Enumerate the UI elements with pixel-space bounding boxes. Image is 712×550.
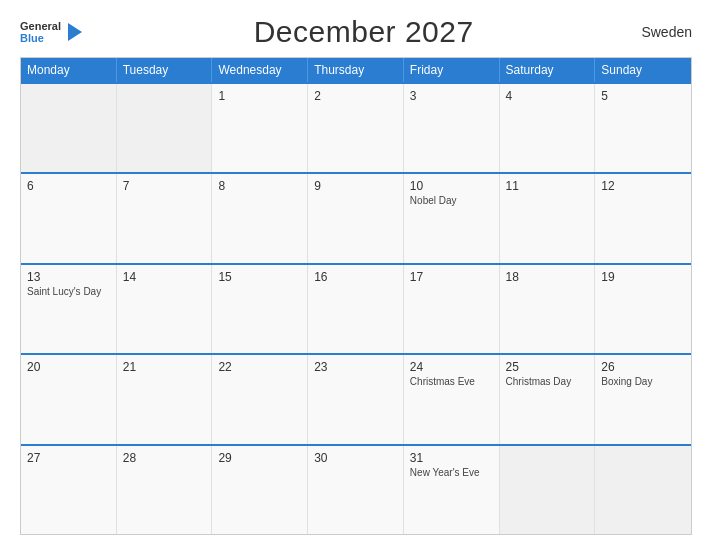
col-wednesday: Wednesday <box>212 58 308 82</box>
day-cell-12: 12 <box>595 174 691 262</box>
week-row-5: 27 28 29 30 31 New Year's Eve <box>21 444 691 534</box>
week-row-2: 6 7 8 9 10 Nobel Day 11 <box>21 172 691 262</box>
column-headers: Monday Tuesday Wednesday Thursday Friday… <box>21 58 691 82</box>
day-cell-23: 23 <box>308 355 404 443</box>
logo-blue-text: Blue <box>20 32 61 44</box>
col-saturday: Saturday <box>500 58 596 82</box>
day-cell-8: 8 <box>212 174 308 262</box>
day-cell-2: 2 <box>308 84 404 172</box>
logo: General Blue <box>20 20 86 44</box>
col-friday: Friday <box>404 58 500 82</box>
col-tuesday: Tuesday <box>117 58 213 82</box>
day-cell-25: 25 Christmas Day <box>500 355 596 443</box>
day-cell-5: 5 <box>595 84 691 172</box>
day-cell-30: 30 <box>308 446 404 534</box>
day-cell-22: 22 <box>212 355 308 443</box>
day-cell-31: 31 New Year's Eve <box>404 446 500 534</box>
week-row-1: 1 2 3 4 5 <box>21 82 691 172</box>
day-cell-empty <box>117 84 213 172</box>
day-cell-empty <box>500 446 596 534</box>
week-row-3: 13 Saint Lucy's Day 14 15 16 17 18 <box>21 263 691 353</box>
day-cell-28: 28 <box>117 446 213 534</box>
country-label: Sweden <box>641 24 692 40</box>
day-cell-27: 27 <box>21 446 117 534</box>
day-cell-empty <box>21 84 117 172</box>
day-cell-7: 7 <box>117 174 213 262</box>
day-cell-13: 13 Saint Lucy's Day <box>21 265 117 353</box>
col-sunday: Sunday <box>595 58 691 82</box>
day-cell-10: 10 Nobel Day <box>404 174 500 262</box>
day-cell-26: 26 Boxing Day <box>595 355 691 443</box>
col-thursday: Thursday <box>308 58 404 82</box>
day-cell-17: 17 <box>404 265 500 353</box>
day-cell-29: 29 <box>212 446 308 534</box>
day-cell-20: 20 <box>21 355 117 443</box>
calendar-page: General Blue December 2027 Sweden Monday… <box>0 0 712 550</box>
day-cell-14: 14 <box>117 265 213 353</box>
day-cell-24: 24 Christmas Eve <box>404 355 500 443</box>
day-cell-3: 3 <box>404 84 500 172</box>
logo-icon <box>64 21 86 43</box>
day-cell-18: 18 <box>500 265 596 353</box>
calendar-title: December 2027 <box>254 15 474 49</box>
day-cell-6: 6 <box>21 174 117 262</box>
day-cell-19: 19 <box>595 265 691 353</box>
week-row-4: 20 21 22 23 24 Christmas Eve 25 Christma <box>21 353 691 443</box>
day-cell-11: 11 <box>500 174 596 262</box>
weeks-container: 1 2 3 4 5 6 <box>21 82 691 534</box>
header: General Blue December 2027 Sweden <box>20 15 692 49</box>
day-cell-4: 4 <box>500 84 596 172</box>
logo-general-text: General <box>20 20 61 32</box>
col-monday: Monday <box>21 58 117 82</box>
day-cell-1: 1 <box>212 84 308 172</box>
calendar-grid: Monday Tuesday Wednesday Thursday Friday… <box>20 57 692 535</box>
day-cell-empty <box>595 446 691 534</box>
day-cell-16: 16 <box>308 265 404 353</box>
svg-marker-0 <box>68 23 82 41</box>
day-cell-9: 9 <box>308 174 404 262</box>
day-cell-15: 15 <box>212 265 308 353</box>
day-cell-21: 21 <box>117 355 213 443</box>
